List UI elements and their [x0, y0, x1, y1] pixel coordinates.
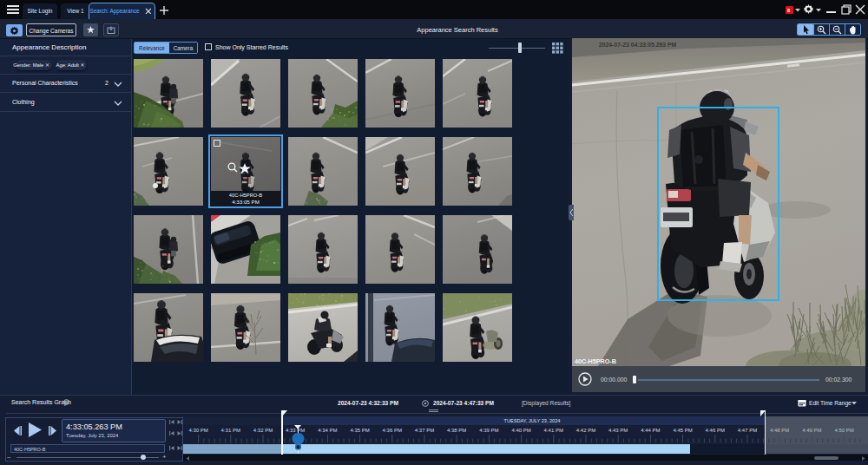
svg-text:?: ?: [65, 399, 68, 404]
